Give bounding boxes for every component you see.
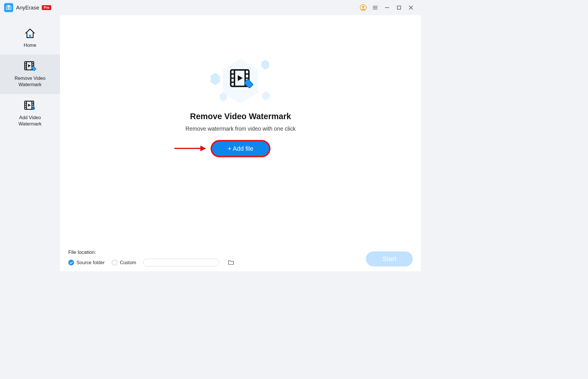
sidebar-item-remove-video-watermark[interactable]: Remove Video Watermark: [0, 55, 60, 94]
account-icon[interactable]: [359, 4, 367, 11]
sidebar-item-label: Remove Video Watermark: [7, 75, 53, 88]
menu-icon[interactable]: [371, 4, 379, 11]
app-logo-icon: [4, 3, 13, 12]
minimize-icon[interactable]: [383, 4, 391, 11]
sidebar-item-add-video-watermark[interactable]: Add Video Watermark: [0, 94, 60, 134]
radio-label: Custom: [120, 260, 136, 265]
sidebar-item-label: Home: [24, 42, 36, 48]
radio-custom[interactable]: Custom: [112, 260, 136, 265]
add-file-button[interactable]: + Add file: [212, 142, 269, 156]
maximize-icon[interactable]: [395, 4, 403, 11]
start-button[interactable]: Start: [366, 252, 413, 266]
home-icon: [24, 27, 37, 40]
file-location-label: File location:: [68, 249, 234, 255]
radio-source-folder[interactable]: Source folder: [68, 260, 105, 265]
sidebar-item-label: Add Video Watermark: [7, 115, 53, 127]
radio-checked-icon: [68, 260, 74, 265]
svg-point-4: [362, 6, 364, 8]
hero-illustration: [199, 56, 282, 106]
film-eraser-hero-icon: [229, 68, 254, 92]
sidebar-item-home[interactable]: Home: [0, 21, 60, 54]
svg-rect-9: [397, 6, 400, 9]
main-subtitle: Remove watermark from video with one cli…: [186, 125, 296, 132]
film-droplet-icon: [24, 99, 37, 113]
bottom-bar: File location: Source folder Custom: [68, 249, 413, 266]
main-title: Remove Video Watermark: [190, 112, 291, 121]
pro-badge: Pro: [42, 5, 51, 10]
radio-unchecked-icon: [112, 260, 117, 265]
sidebar: Home Remove Video Watermark Add Video Wa…: [0, 15, 60, 271]
custom-path-input[interactable]: [143, 259, 219, 266]
main-panel: Remove Video Watermark Remove watermark …: [60, 15, 421, 271]
film-eraser-icon: [24, 60, 37, 73]
close-icon[interactable]: [407, 4, 415, 11]
browse-folder-icon[interactable]: [228, 260, 234, 266]
app-name: AnyErase: [16, 4, 39, 11]
svg-rect-12: [29, 35, 31, 38]
titlebar: AnyErase Pro: [0, 0, 421, 15]
annotation-arrow-icon: [174, 144, 207, 153]
radio-label: Source folder: [76, 260, 105, 265]
